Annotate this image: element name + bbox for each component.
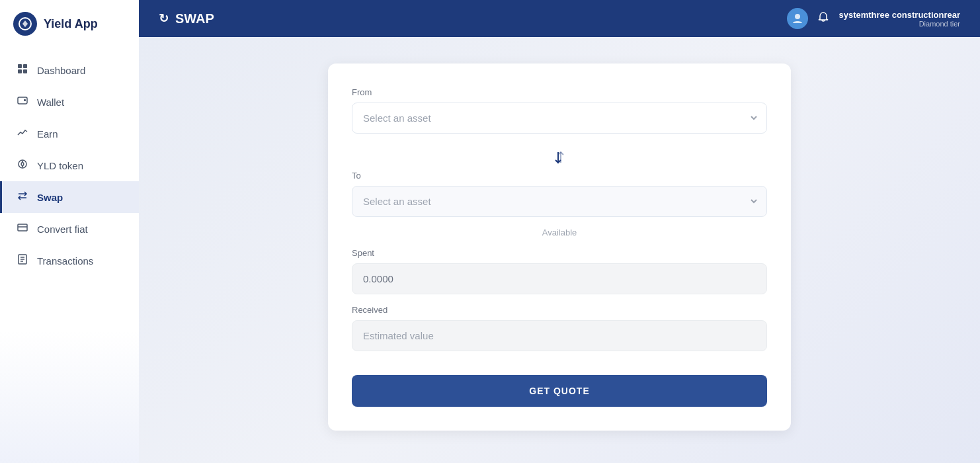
to-asset-select[interactable]: Select an asset [352, 186, 767, 217]
from-group: From Select an asset [352, 87, 767, 134]
logo-icon [13, 12, 37, 36]
earn-icon [16, 127, 29, 140]
sidebar-item-label: Swap [37, 192, 63, 203]
swap-icon [16, 190, 29, 204]
spent-input[interactable] [352, 263, 767, 294]
received-label: Received [352, 305, 767, 315]
svg-rect-8 [18, 224, 27, 231]
sidebar-nav: Dashboard Wallet Earn [0, 48, 139, 463]
to-group: To Select an asset [352, 171, 767, 217]
sidebar-item-dashboard[interactable]: Dashboard [0, 54, 139, 86]
notification-bell-icon[interactable] [817, 11, 829, 26]
swap-card: From Select an asset [328, 63, 791, 431]
swap-arrows-icon [551, 149, 567, 165]
header: ↻ SWAP systemthree constructionrear Diam… [139, 0, 980, 37]
sidebar-item-label: Wallet [37, 97, 64, 108]
sidebar-item-label: YLD token [37, 160, 83, 171]
svg-rect-3 [18, 69, 22, 73]
from-asset-select[interactable]: Select an asset [352, 103, 767, 134]
spent-group: Spent [352, 248, 767, 294]
avatar [787, 8, 808, 29]
convert-fiat-icon [16, 222, 29, 235]
sidebar: Yield App Dashboard Walle [0, 0, 139, 463]
header-title-area: ↻ SWAP [159, 11, 214, 26]
sidebar-item-convert-fiat[interactable]: Convert fiat [0, 213, 139, 245]
logo-text: Yield App [44, 17, 98, 31]
content-area: From Select an asset [139, 37, 980, 463]
header-right: systemthree constructionrear Diamond tie… [787, 8, 960, 29]
username: systemthree constructionrear [838, 10, 960, 20]
svg-rect-2 [23, 64, 27, 68]
yld-token-icon [16, 159, 29, 172]
received-group: Received [352, 305, 767, 351]
to-select-wrapper: Select an asset [352, 186, 767, 217]
dashboard-icon [16, 63, 29, 77]
received-input[interactable] [352, 320, 767, 351]
sidebar-item-earn[interactable]: Earn [0, 118, 139, 149]
get-quote-button[interactable]: GET QUOTE [352, 375, 767, 407]
available-text: Available [352, 228, 767, 237]
sidebar-item-label: Convert fiat [37, 224, 88, 235]
swap-header-icon: ↻ [159, 11, 169, 26]
swap-direction-indicator [352, 144, 767, 171]
svg-rect-6 [24, 99, 26, 101]
sidebar-item-label: Dashboard [37, 65, 85, 76]
spent-label: Spent [352, 248, 767, 258]
from-label: From [352, 87, 767, 97]
sidebar-item-label: Transactions [37, 255, 93, 267]
transactions-icon [16, 254, 29, 267]
sidebar-item-yld-token[interactable]: YLD token [0, 149, 139, 181]
svg-rect-4 [23, 69, 27, 73]
sidebar-item-swap[interactable]: Swap [0, 181, 139, 213]
wallet-icon [16, 95, 29, 108]
user-info: systemthree constructionrear Diamond tie… [838, 10, 960, 28]
main-area: ↻ SWAP systemthree constructionrear Diam… [139, 0, 980, 463]
user-tier: Diamond tier [919, 20, 960, 28]
sidebar-item-transactions[interactable]: Transactions [0, 245, 139, 276]
page-title: SWAP [175, 11, 214, 26]
to-label: To [352, 171, 767, 181]
sidebar-item-wallet[interactable]: Wallet [0, 86, 139, 118]
svg-point-14 [795, 14, 800, 19]
svg-rect-1 [18, 64, 22, 68]
sidebar-item-label: Earn [37, 128, 58, 140]
from-select-wrapper: Select an asset [352, 103, 767, 134]
logo: Yield App [0, 0, 139, 48]
